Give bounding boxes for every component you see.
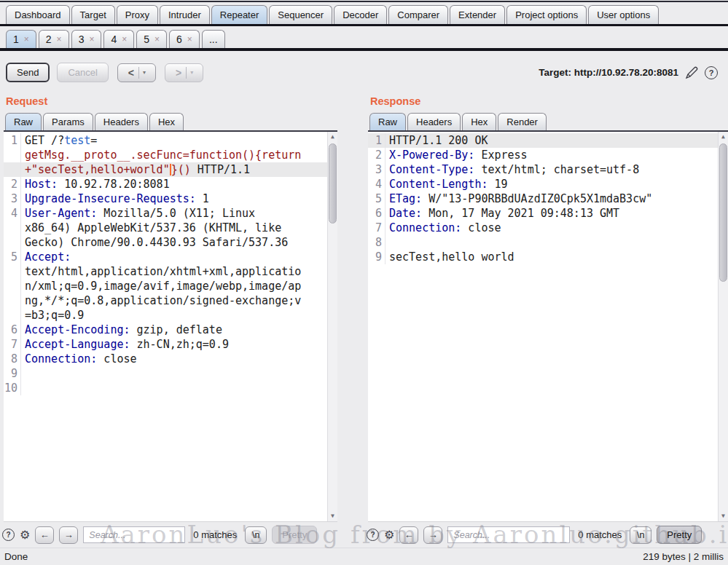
scroll-down-icon[interactable]: ▼ bbox=[719, 511, 728, 521]
prev-request-button[interactable]: < ▾ bbox=[117, 63, 156, 82]
search-help-icon[interactable]: ? bbox=[2, 529, 15, 541]
code-line[interactable]: 4User-Agent: Mozilla/5.0 (X11; Linux bbox=[4, 206, 337, 221]
main-tab-repeater[interactable]: Repeater bbox=[211, 5, 267, 24]
response-panel: Response RawHeadersHexRender ▲ ▼ 1HTTP/1… bbox=[368, 90, 728, 522]
close-tab-icon[interactable]: × bbox=[24, 34, 29, 44]
code-line[interactable]: 1GET /?test= bbox=[4, 133, 337, 148]
response-tab-render[interactable]: Render bbox=[498, 113, 547, 130]
search-next-button[interactable]: → bbox=[423, 526, 442, 544]
code-line[interactable]: 5Accept: bbox=[4, 250, 337, 264]
code-text: ng,*/*;q=0.8,application/signed-exchange… bbox=[21, 293, 301, 308]
send-button[interactable]: Send bbox=[6, 63, 50, 82]
code-token: Mozilla/5.0 (X11; Linux bbox=[97, 207, 255, 220]
close-tab-icon[interactable]: × bbox=[89, 34, 94, 44]
request-search-input[interactable] bbox=[83, 526, 185, 543]
code-token: n/xml;q=0.9,image/avif,image/webp,image/… bbox=[25, 280, 301, 293]
scroll-up-icon[interactable]: ▲ bbox=[719, 132, 728, 142]
code-line[interactable]: 3Upgrade-Insecure-Requests: 1 bbox=[4, 191, 337, 206]
main-tab-user-options[interactable]: User options bbox=[588, 5, 659, 24]
repeater-tab-4[interactable]: 4× bbox=[103, 30, 134, 48]
code-line[interactable]: 7Accept-Language: zh-CN,zh;q=0.9 bbox=[4, 337, 337, 352]
main-tab-intruder[interactable]: Intruder bbox=[160, 5, 210, 24]
code-text bbox=[385, 235, 396, 250]
main-tab-sequencer[interactable]: Sequencer bbox=[269, 5, 332, 24]
search-help-icon[interactable]: ? bbox=[367, 529, 379, 541]
code-token: X-Powered-By: bbox=[389, 149, 474, 162]
repeater-tab-label: 3 bbox=[79, 33, 85, 45]
close-tab-icon[interactable]: × bbox=[154, 34, 160, 44]
repeater-tab-1[interactable]: 1× bbox=[6, 30, 36, 48]
code-token: Mon, 17 May 2021 09:48:13 GMT bbox=[422, 207, 619, 220]
request-editor[interactable]: ▲ ▼ 1GET /?test=getMsg.__proto__.secFunc… bbox=[4, 132, 337, 522]
request-scrollbar[interactable]: ▲ ▼ bbox=[327, 132, 337, 521]
help-icon[interactable]: ? bbox=[705, 66, 718, 79]
main-tab-decoder[interactable]: Decoder bbox=[334, 5, 387, 24]
code-line[interactable]: x86_64) AppleWebKit/537.36 (KHTML, like bbox=[4, 221, 337, 235]
response-tab-hex[interactable]: Hex bbox=[462, 113, 496, 130]
main-tab-proxy[interactable]: Proxy bbox=[117, 5, 158, 24]
next-dropdown-icon[interactable]: ▾ bbox=[187, 69, 197, 76]
request-pretty-button[interactable]: Pretty bbox=[272, 526, 317, 544]
code-line[interactable]: 8Connection: close bbox=[4, 352, 337, 366]
code-token: gzip, deflate bbox=[130, 323, 222, 336]
code-line[interactable]: 6Accept-Encoding: gzip, deflate bbox=[4, 323, 337, 337]
code-token: Connection: bbox=[389, 221, 461, 234]
response-search-input[interactable] bbox=[447, 526, 570, 543]
repeater-tab-3[interactable]: 3× bbox=[71, 30, 102, 48]
request-tab-hex[interactable]: Hex bbox=[149, 113, 184, 130]
code-text: Content-Length: 19 bbox=[385, 177, 508, 191]
code-line[interactable]: text/html,application/xhtml+xml,applicat… bbox=[4, 264, 337, 279]
cancel-button[interactable]: Cancel bbox=[57, 63, 108, 82]
regex-newline-toggle[interactable]: \n bbox=[245, 526, 267, 544]
response-editor[interactable]: ▲ ▼ 1HTTP/1.1 200 OK2X-Powered-By: Expre… bbox=[368, 132, 728, 522]
code-line[interactable]: getMsg.__proto__.secFunc=function(){retu… bbox=[4, 148, 337, 162]
search-next-button[interactable]: → bbox=[59, 526, 78, 544]
response-pretty-button[interactable]: Pretty bbox=[657, 526, 702, 544]
search-settings-gear-icon[interactable]: ⚙ bbox=[20, 529, 30, 541]
search-prev-button[interactable]: ← bbox=[399, 526, 418, 544]
main-tab-extender[interactable]: Extender bbox=[450, 5, 505, 24]
code-token: 1 bbox=[196, 192, 209, 205]
more-tabs-button[interactable]: ... bbox=[202, 30, 225, 48]
close-tab-icon[interactable]: × bbox=[57, 34, 62, 44]
code-line[interactable]: 9 bbox=[4, 366, 337, 381]
main-tab-comparer[interactable]: Comparer bbox=[388, 5, 448, 24]
repeater-tab-2[interactable]: 2× bbox=[39, 30, 69, 48]
prev-dropdown-icon[interactable]: ▾ bbox=[139, 69, 149, 76]
close-tab-icon[interactable]: × bbox=[122, 34, 127, 44]
response-tab-headers[interactable]: Headers bbox=[407, 113, 461, 130]
code-line[interactable]: 2Host: 10.92.78.20:8081 bbox=[4, 177, 337, 191]
code-line[interactable]: n/xml;q=0.9,image/avif,image/webp,image/… bbox=[4, 279, 337, 293]
search-prev-button[interactable]: ← bbox=[35, 526, 54, 544]
code-line[interactable]: ng,*/*;q=0.8,application/signed-exchange… bbox=[4, 293, 337, 308]
main-tab-target[interactable]: Target bbox=[71, 5, 115, 24]
scroll-up-icon[interactable]: ▲ bbox=[328, 132, 337, 142]
code-token: test bbox=[64, 134, 90, 147]
repeater-tab-5[interactable]: 5× bbox=[136, 30, 167, 48]
code-line[interactable]: Gecko) Chrome/90.0.4430.93 Safari/537.36 bbox=[4, 235, 337, 250]
scrollbar-thumb[interactable] bbox=[329, 143, 337, 224]
response-tab-raw[interactable]: Raw bbox=[369, 113, 406, 130]
request-tab-params[interactable]: Params bbox=[43, 113, 93, 130]
scroll-down-icon[interactable]: ▼ bbox=[328, 511, 337, 521]
line-number: 1 bbox=[368, 133, 385, 148]
line-number bbox=[4, 293, 21, 308]
scrollbar-thumb[interactable] bbox=[719, 143, 727, 282]
edit-target-pencil-icon[interactable] bbox=[684, 66, 699, 80]
request-tab-headers[interactable]: Headers bbox=[95, 113, 148, 130]
request-search-bar: ? ⚙ ← → 0 matches \n Pretty bbox=[2, 526, 345, 544]
search-settings-gear-icon[interactable]: ⚙ bbox=[384, 529, 394, 541]
code-line[interactable]: =b3;q=0.9 bbox=[4, 308, 337, 323]
repeater-tab-6[interactable]: 6× bbox=[169, 30, 200, 48]
main-tab-project-options[interactable]: Project options bbox=[506, 5, 587, 24]
code-line[interactable]: +"secTest,hello+world"}() HTTP/1.1 bbox=[4, 162, 337, 177]
panel-splitter[interactable] bbox=[337, 90, 368, 522]
response-scrollbar[interactable]: ▲ ▼ bbox=[718, 132, 728, 521]
code-line[interactable]: 10 bbox=[4, 381, 337, 395]
main-tab-dashboard[interactable]: Dashboard bbox=[6, 5, 70, 24]
response-search-bar: ? ⚙ ← → 0 matches \n Pretty bbox=[345, 526, 728, 544]
regex-newline-toggle[interactable]: \n bbox=[630, 526, 651, 544]
close-tab-icon[interactable]: × bbox=[187, 34, 192, 44]
request-tab-raw[interactable]: Raw bbox=[5, 113, 42, 130]
next-request-button[interactable]: > ▾ bbox=[165, 63, 203, 82]
